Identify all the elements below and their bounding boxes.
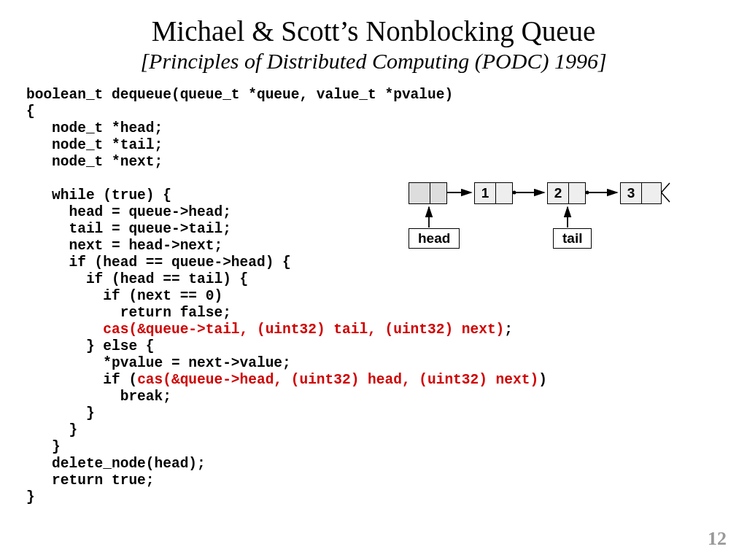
node-pointer	[495, 183, 512, 203]
code-line: if (head == queue->head) {	[26, 254, 291, 271]
code-line: boolean_t dequeue(queue_t *queue, value_…	[26, 87, 453, 103]
code-line: {	[26, 104, 35, 120]
queue-node: 2	[547, 182, 586, 204]
page-number: 12	[708, 528, 727, 550]
queue-node: 3	[620, 182, 662, 204]
code-line: break;	[26, 389, 171, 405]
code-line: return false;	[26, 305, 231, 321]
code-line: next = head->next;	[26, 238, 222, 254]
code-line: return true;	[26, 472, 155, 489]
code-line: head = queue->head;	[26, 204, 231, 220]
code-line: }	[26, 405, 95, 421]
queue-node: 1	[474, 182, 513, 204]
slide-subtitle: [Principles of Distributed Computing (PO…	[0, 49, 747, 74]
cas-call: cas(&queue->tail, (uint32) tail, (uint32…	[103, 322, 504, 338]
code-line: if (head == tail) {	[26, 271, 248, 287]
code-line: cas(&queue->tail, (uint32) tail, (uint32…	[26, 322, 513, 338]
code-line: }	[26, 422, 77, 438]
node-pointer-null	[641, 183, 661, 203]
code-line: node_t *head;	[26, 120, 163, 136]
node-pointer	[430, 183, 446, 203]
code-block: boolean_t dequeue(queue_t *queue, value_…	[26, 87, 747, 506]
node-value: 2	[548, 183, 568, 203]
queue-node-dummy	[409, 182, 447, 204]
code-line: } else {	[26, 338, 155, 354]
code-line: node_t *tail;	[26, 137, 163, 153]
code-line: tail = queue->tail;	[26, 221, 231, 237]
node-value: 3	[621, 183, 641, 203]
code-line: }	[26, 439, 61, 455]
code-line: if (next == 0)	[26, 288, 222, 304]
code-line: delete_node(head);	[26, 456, 206, 472]
cas-call: cas(&queue->head, (uint32) head, (uint32…	[137, 372, 538, 388]
head-label: head	[409, 228, 460, 249]
slide-title: Michael & Scott’s Nonblocking Queue	[0, 15, 747, 47]
node-pointer	[568, 183, 585, 203]
code-line: }	[26, 489, 35, 505]
code-line: *pvalue = next->value;	[26, 355, 291, 371]
code-line: node_t *next;	[26, 154, 163, 170]
tail-label: tail	[553, 228, 592, 249]
code-line: if (cas(&queue->head, (uint32) head, (ui…	[26, 372, 547, 388]
node-value	[409, 183, 430, 203]
code-line: while (true) {	[26, 187, 171, 203]
queue-diagram: 1 2 3 head tail	[409, 182, 722, 270]
node-value: 1	[475, 183, 495, 203]
